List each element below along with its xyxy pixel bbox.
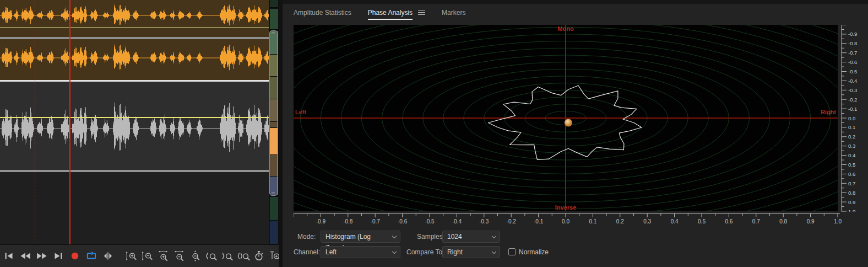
x-axis-tick-label: -0.1 — [534, 218, 544, 225]
scrollbar-track-segment — [270, 197, 278, 221]
chevron-down-icon — [392, 249, 397, 254]
x-axis-tick-label: -0.7 — [371, 218, 381, 225]
x-axis-tick-label: 0.8 — [779, 218, 787, 225]
zoom-out-amplitude-icon — [142, 250, 153, 261]
tab-phase-analysis[interactable]: Phase Analysis — [368, 4, 425, 21]
scrollbar-grip-icon — [272, 192, 275, 194]
y-axis-tick-label: 0.2 — [848, 134, 855, 140]
panel-divider[interactable] — [279, 0, 283, 267]
chevron-down-icon — [492, 234, 496, 238]
y-axis-tick-label: -0.6 — [848, 59, 857, 65]
fast-forward-button[interactable] — [36, 250, 47, 261]
scrollbar-grip-icon — [272, 32, 275, 34]
zoom-to-selection-button[interactable] — [237, 250, 248, 261]
waveform-track-2-canvas[interactable] — [0, 39, 269, 80]
empty-track-area — [0, 172, 269, 244]
zoom-out-full-button[interactable] — [189, 250, 200, 261]
x-axis-tick-label: 0.7 — [752, 218, 760, 225]
tab-markers[interactable]: Markers — [442, 4, 465, 21]
y-axis-tick-label: -0.1 — [848, 106, 857, 112]
transport-toolbar — [0, 244, 279, 267]
skip-selection-icon — [102, 250, 113, 261]
tab-label: Markers — [442, 9, 465, 17]
x-axis-tick-label: 0.9 — [807, 218, 815, 225]
y-axis-tick-label: -0.8 — [848, 40, 857, 46]
waveform-track-1[interactable] — [0, 0, 269, 37]
phase-scope-chart — [294, 25, 838, 211]
x-axis-tick-label: 0.2 — [616, 218, 624, 225]
playhead-line[interactable] — [69, 0, 70, 244]
scrollbar-track-segment — [270, 221, 278, 244]
x-axis-tick-label: -0.9 — [316, 218, 326, 225]
skip-to-start-button[interactable] — [3, 250, 14, 261]
chevron-down-icon — [492, 249, 496, 254]
x-axis-tick-label: 0.1 — [589, 218, 596, 225]
tab-label: Amplitude Statistics — [294, 9, 351, 17]
zoom-out-time-button[interactable] — [173, 250, 185, 261]
zoom-to-out-point-icon — [221, 250, 232, 261]
samples-dropdown[interactable]: 1024 — [442, 231, 500, 243]
y-axis-tick-label: -0.5 — [848, 68, 857, 74]
skip-selection-button[interactable] — [102, 250, 113, 261]
phase-analysis-panel: Amplitude Statistics Phase Analysis Mark… — [283, 0, 868, 267]
channel-value: Left — [326, 248, 337, 256]
panel-menu-icon[interactable] — [418, 10, 425, 15]
waveform-track-1-canvas[interactable] — [0, 0, 269, 34]
scrollbar-track-segment — [270, 9, 278, 30]
waveform-track-3-canvas[interactable] — [0, 82, 269, 170]
zoom-to-out-point-button[interactable] — [221, 250, 232, 261]
y-axis-tick-label: 0.3 — [848, 143, 855, 149]
tab-amplitude-statistics[interactable]: Amplitude Statistics — [294, 4, 351, 21]
mode-dropdown[interactable]: Histogram (Log Zoom) — [321, 231, 400, 243]
y-axis-tick-label: 1.0 — [848, 209, 855, 212]
channel-dropdown[interactable]: Left — [321, 246, 400, 258]
skip-to-end-button[interactable] — [53, 250, 64, 261]
pole-label-inverse: Inverse — [555, 204, 577, 211]
zoom-to-selection-icon — [237, 250, 248, 261]
y-axis-tick-label: 0.5 — [848, 162, 855, 168]
waveform-track-3[interactable] — [0, 82, 269, 170]
y-axis-tick-label: 0.8 — [848, 190, 855, 196]
zoom-in-amplitude-button[interactable] — [126, 250, 137, 261]
vertical-track-scrollbar[interactable] — [269, 0, 279, 244]
stopwatch-zoom-button[interactable] — [253, 250, 264, 261]
zoom-in-time-button[interactable] — [158, 250, 169, 261]
mode-label: Mode: — [297, 231, 316, 243]
x-axis-tick-label: -0.6 — [398, 218, 408, 225]
y-axis-tick-label: -0.4 — [848, 78, 857, 84]
record-icon — [69, 250, 80, 261]
x-axis-tick-label: 0.6 — [725, 218, 733, 225]
y-axis-tick-label: 0.0 — [848, 115, 855, 121]
x-axis-tick-label: -0.2 — [507, 218, 517, 225]
record-button[interactable] — [69, 250, 80, 261]
panel-tab-bar: Amplitude Statistics Phase Analysis Mark… — [294, 4, 465, 21]
zoom-out-full-icon — [189, 250, 200, 261]
x-axis-tick-label: 0.5 — [698, 218, 706, 225]
zoom-out-amplitude-button[interactable] — [142, 250, 153, 261]
stopwatch-zoom-icon — [253, 250, 264, 261]
x-axis-tick-label: 0.4 — [671, 218, 679, 225]
volume-envelope-line[interactable] — [0, 117, 269, 118]
channel-label: Channel: — [294, 246, 320, 258]
zoom-to-playhead-icon — [269, 250, 279, 261]
zoom-to-playhead-button[interactable] — [269, 250, 279, 261]
y-axis-tick-label: -0.9 — [848, 31, 857, 37]
compare-to-label: Compare To: — [406, 246, 444, 258]
zoom-to-in-point-button[interactable] — [205, 250, 216, 261]
panel-top-strip — [283, 0, 868, 4]
volume-envelope-line[interactable] — [0, 27, 269, 28]
zoom-in-time-icon — [158, 250, 169, 261]
fast-forward-icon — [36, 250, 47, 261]
right-amplitude-ruler: -0.9-0.8-0.7-0.6-0.5-0.4-0.3-0.2-0.10.00… — [837, 25, 868, 212]
loop-playback-icon — [86, 250, 97, 261]
rewind-button[interactable] — [20, 250, 31, 261]
normalize-checkbox[interactable] — [508, 248, 516, 255]
loop-playback-button[interactable] — [86, 250, 97, 261]
compare-to-dropdown[interactable]: Right — [442, 246, 500, 258]
waveform-editor-panel — [0, 0, 279, 267]
y-axis-tick-label: 0.1 — [848, 124, 855, 130]
waveform-track-2[interactable] — [0, 39, 269, 80]
x-axis-tick-label: 1.0 — [834, 218, 842, 225]
scrollbar-thumb[interactable] — [269, 30, 278, 196]
x-axis-tick-label: 0.0 — [562, 218, 569, 225]
